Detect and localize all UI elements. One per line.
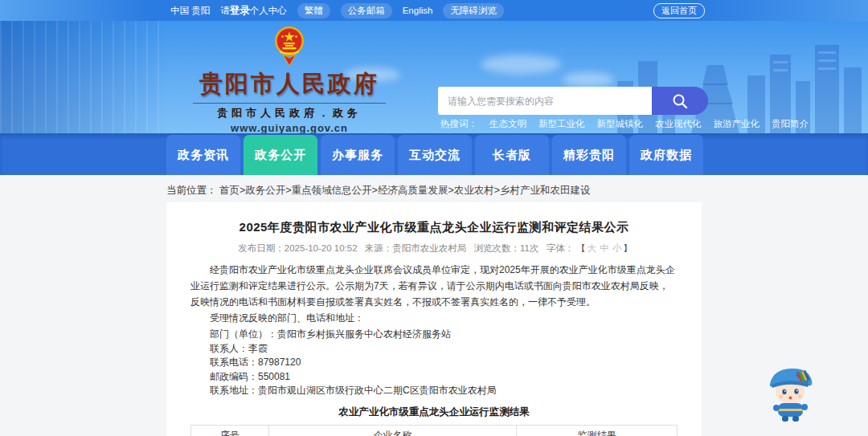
- cloud-decoration: [563, 72, 614, 87]
- font-size-label: 字体：: [547, 243, 575, 253]
- breadcrumb: 当前位置： 首页>政务公开>重点领域信息公开>经济高质量发展>农业农村>乡村产业…: [166, 184, 590, 198]
- main-navigation: 政务资讯 政务公开 办事服务 互动交流 长者版 精彩贵阳 政府数据: [0, 133, 868, 175]
- back-to-home-button[interactable]: 返回首页: [653, 3, 705, 18]
- nav-item-zhengwu-zixun[interactable]: 政务资讯: [166, 135, 240, 175]
- hot-search-item[interactable]: 新型城镇化: [597, 118, 644, 130]
- search-icon: [671, 92, 689, 110]
- mascot-figure[interactable]: [762, 361, 818, 426]
- breadcrumb-path[interactable]: 首页>政务公开>重点领域信息公开>经济高质量发展>农业农村>乡村产业和农田建设: [219, 185, 591, 196]
- site-url: www.guiyang.gov.cn: [182, 122, 397, 133]
- topbar-links: 中国 贵阳 请登录个人中心 繁體 公务邮箱 English 无障碍浏览: [0, 3, 504, 18]
- bracket-close: 】: [623, 243, 633, 253]
- nav-item-zhangzheban[interactable]: 长者版: [475, 135, 549, 175]
- topbar-link-china-guiyang[interactable]: 中国 贵阳: [170, 5, 210, 17]
- contact-info: 部门（单位）：贵阳市乡村振兴服务中心农村经济服务站 联系人：李霞 联系电话：87…: [190, 328, 678, 398]
- article-paragraph: 受理情况反映的部门、电话和地址：: [190, 310, 678, 326]
- national-emblem-icon: [271, 26, 308, 67]
- contact-person: 联系人：李霞: [190, 342, 678, 357]
- header-company-name: 企业名称: [268, 425, 517, 436]
- topbar-accessibility[interactable]: 无障碍浏览: [443, 3, 504, 18]
- font-size-large[interactable]: 大: [588, 243, 597, 253]
- topbar-official-mail[interactable]: 公务邮箱: [341, 3, 392, 18]
- breadcrumb-label: 当前位置：: [166, 185, 217, 196]
- logo-divider: [193, 103, 386, 104]
- hot-search-item[interactable]: 新型工业化: [538, 118, 585, 130]
- site-header: 贵阳市人民政府 贵阳市人民政府．政务 www.guiyang.gov.cn 热搜…: [0, 21, 868, 133]
- article-meta: 发布日期：2025-10-20 10:52 来源：贵阳市农业农村局 浏览次数：1…: [190, 242, 678, 255]
- site-subtitle: 贵阳市人民政府．政务: [182, 106, 397, 120]
- table-caption: 农业产业化市级重点龙头企业运行监测结果: [190, 405, 678, 419]
- publish-date: 发布日期：2025-10-20 10:52: [238, 243, 357, 253]
- contact-postcode: 邮政编码：550081: [190, 370, 678, 385]
- article-body: 经贵阳市农业产业化市级重点龙头企业联席会议成员单位审定，现对2025年开展的农业…: [190, 262, 678, 326]
- font-size-small[interactable]: 小: [612, 243, 622, 253]
- hot-search-item[interactable]: 生态文明: [489, 118, 526, 130]
- contact-department: 部门（单位）：贵阳市乡村振兴服务中心农村经济服务站: [190, 328, 678, 342]
- login-bold: 登录: [230, 5, 250, 16]
- site-logo[interactable]: 贵阳市人民政府 贵阳市人民政府．政务 www.guiyang.gov.cn: [182, 26, 397, 133]
- view-count: 浏览次数：11次: [474, 243, 539, 253]
- cloud-decoration: [481, 55, 561, 74]
- table-header-row: 序号 企业名称 监测结果: [191, 425, 678, 436]
- font-size-medium[interactable]: 中: [600, 243, 609, 253]
- topbar-english[interactable]: English: [403, 6, 433, 15]
- nav-item-zhengwu-gongkai[interactable]: 政务公开: [244, 135, 317, 175]
- article-source: 来源：贵阳市农业农村局: [365, 243, 467, 253]
- article-card: 2025年度贵阳市农业产业化市级重点龙头企业运行监测和评定结果公示 发布日期：2…: [166, 202, 702, 436]
- search-bar: [438, 87, 708, 115]
- mascot-icon: [762, 361, 818, 422]
- search-button[interactable]: [652, 87, 708, 115]
- hot-search-item[interactable]: 旅游产业化: [714, 118, 760, 130]
- login-suffix: 个人中心: [250, 6, 287, 15]
- contact-phone: 联系电话：87987120: [190, 356, 678, 370]
- site-name: 贵阳市人民政府: [182, 68, 397, 100]
- nav-item-zhengfu-shuju[interactable]: 政府数据: [629, 135, 703, 175]
- nav-item-jingcai-guiyang[interactable]: 精彩贵阳: [552, 135, 626, 175]
- article-title: 2025年度贵阳市农业产业化市级重点龙头企业运行监测和评定结果公示: [190, 220, 678, 235]
- header-seq: 序号: [191, 425, 269, 436]
- search-input[interactable]: [438, 87, 652, 115]
- hot-search-item[interactable]: 农业现代化: [655, 118, 702, 130]
- top-utility-bar: 中国 贵阳 请登录个人中心 繁體 公务邮箱 English 无障碍浏览 返回首页: [0, 0, 868, 21]
- topbar-traditional-chinese[interactable]: 繁體: [297, 3, 330, 18]
- hot-search-item[interactable]: 贵阳简介: [772, 118, 809, 130]
- contact-address: 联系地址：贵阳市观山湖区市级行政中心二期C区贵阳市农业农村局: [190, 384, 678, 398]
- article-paragraph: 经贵阳市农业产业化市级重点龙头企业联席会议成员单位审定，现对2025年开展的农业…: [190, 262, 678, 310]
- login-prefix: 请: [220, 6, 230, 15]
- bracket-open: 【: [576, 243, 586, 253]
- topbar-login-link[interactable]: 请登录个人中心: [220, 4, 287, 18]
- hot-search-row: 热搜词： 生态文明 新型工业化 新型城镇化 农业现代化 旅游产业化 贵阳简介: [440, 118, 809, 130]
- monitoring-result-table: 序号 企业名称 监测结果 1 贵州合力超市采购有限公司 合格 2 贵州友禾种业有…: [190, 425, 678, 436]
- nav-item-hudong-jiaoliu[interactable]: 互动交流: [398, 135, 472, 175]
- hot-search-label: 热搜词：: [440, 118, 477, 130]
- header-result: 监测结果: [517, 425, 678, 436]
- nav-item-banshi-fuwu[interactable]: 办事服务: [321, 135, 395, 175]
- header-left-decoration: [0, 21, 169, 133]
